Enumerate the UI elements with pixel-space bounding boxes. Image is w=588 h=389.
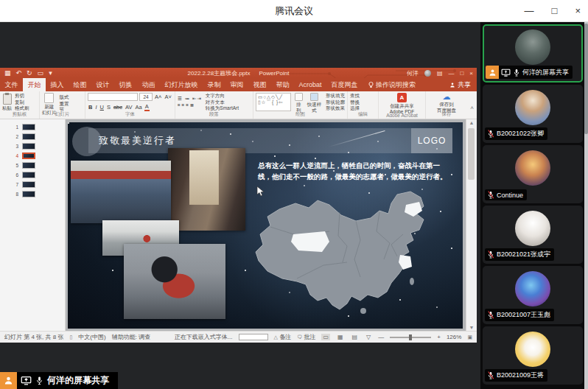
participant-tile[interactable]: B20021009王将: [483, 326, 583, 385]
ribbon-options-icon[interactable]: ▤: [437, 70, 443, 77]
close-button[interactable]: ×: [575, 5, 581, 16]
zoom-percentage[interactable]: 126%: [447, 334, 461, 340]
collapse-ribbon-icon[interactable]: ˄: [470, 105, 474, 111]
participant-tile[interactable]: Continue: [483, 145, 583, 203]
normal-view-button[interactable]: ▭: [321, 334, 330, 340]
zoom-slider[interactable]: [390, 337, 431, 338]
tab-help[interactable]: 帮助: [271, 78, 294, 91]
font-size-combobox[interactable]: 24: [139, 93, 153, 101]
minimize-button[interactable]: —: [525, 5, 534, 16]
participant-tile-sharer[interactable]: 何洋的屏幕共享: [483, 24, 583, 83]
replace-button[interactable]: 替换: [350, 99, 376, 106]
zoom-slider-knob[interactable]: [409, 334, 412, 340]
tell-me-search[interactable]: 操作说明搜索: [368, 78, 416, 91]
language-indicator[interactable]: 中文(中国): [78, 333, 105, 341]
sidebar-scrollbar[interactable]: [584, 22, 588, 389]
tab-record[interactable]: 录制: [203, 78, 225, 91]
comments-button[interactable]: 🗨 批注: [297, 333, 315, 341]
underline-button[interactable]: U: [99, 104, 105, 111]
title-banner[interactable]: 致敬最美逆行者 LOGO: [88, 128, 452, 153]
sidebar-scrollbar-thumb[interactable]: [584, 24, 588, 134]
slide-thumb-7[interactable]: 7: [0, 180, 65, 189]
paste-button[interactable]: 粘贴: [2, 94, 12, 111]
indent-icons[interactable]: ⇤⇥: [192, 96, 202, 101]
slide-body-text[interactable]: 总有这么一群人逆流而上，牺牲自己的时间，奋战斗在第一线，他们走不一般的路，做最美…: [258, 161, 452, 182]
slide-canvas[interactable]: 致敬最美逆行者 LOGO 总有这么一群人逆流而上，牺牲自己的时间，奋战斗在第一线…: [68, 122, 463, 329]
tab-file[interactable]: 文件: [0, 78, 23, 91]
slide-thumb-6[interactable]: 6: [0, 170, 65, 180]
slide-thumb-2[interactable]: 2: [0, 132, 65, 141]
china-map-graphic[interactable]: [253, 189, 459, 326]
shape-fill-button[interactable]: 形状填充: [326, 93, 345, 99]
tab-transitions[interactable]: 切换: [114, 78, 137, 91]
fit-to-window-icon[interactable]: ▣: [467, 334, 472, 340]
slide-sorter-view-button[interactable]: ▦: [336, 334, 345, 340]
alignment-icons[interactable]: ≡ ≡ ≡ ≣: [178, 102, 202, 109]
photo-classroom-group[interactable]: [71, 161, 171, 223]
tab-slideshow[interactable]: 幻灯片放映: [160, 78, 203, 91]
shrink-font-icon[interactable]: A˅: [164, 94, 172, 100]
zoom-out-button[interactable]: —: [378, 334, 384, 340]
ppt-restore-button[interactable]: □: [460, 70, 463, 77]
tab-acrobat[interactable]: Acrobat: [294, 78, 326, 91]
zoom-in-button[interactable]: +: [437, 334, 441, 340]
find-button[interactable]: 查找: [350, 93, 376, 99]
shape-outline-button[interactable]: 形状轮廓: [326, 99, 345, 106]
participant-tile[interactable]: B20021021张成宇: [483, 206, 583, 264]
font-color-button[interactable]: A: [144, 103, 150, 111]
align-text-button[interactable]: 对齐文本: [206, 99, 239, 106]
shapes-gallery[interactable]: ▭○△◇╲╱ ▯☆⌒{ }⇦: [256, 93, 291, 111]
tab-insert[interactable]: 插入: [46, 78, 69, 91]
tab-home[interactable]: 开始: [23, 78, 46, 91]
spellcheck-icon[interactable]: ▯: [69, 334, 72, 340]
quick-styles-button[interactable]: 快速样式: [306, 93, 323, 113]
slide-thumb-8[interactable]: 8: [0, 189, 65, 199]
tab-draw[interactable]: 绘图: [69, 78, 91, 91]
ppt-minimize-button[interactable]: —: [448, 70, 454, 77]
save-to-netdisk-button[interactable]: ☁ 保存到百度网盘: [428, 93, 465, 113]
participant-tile[interactable]: B20021022张卿: [483, 85, 583, 143]
ppt-share-button[interactable]: 共享: [449, 78, 471, 91]
reset-button[interactable]: 重置: [60, 101, 69, 108]
notes-button[interactable]: △ 备注: [274, 333, 292, 341]
slide-thumb-4-selected[interactable]: 4: [0, 151, 65, 161]
slide-thumb-1[interactable]: 1: [0, 122, 65, 132]
participant-tile[interactable]: B20021007王玉彪: [483, 266, 583, 324]
arrange-button[interactable]: 排列: [294, 93, 303, 113]
accessibility-status[interactable]: 辅助功能: 调查: [112, 333, 150, 341]
photo-doorway[interactable]: [168, 148, 245, 231]
text-direction-button[interactable]: 文字方向: [206, 93, 239, 99]
reading-view-button[interactable]: ▤: [351, 334, 360, 340]
strikethrough-button[interactable]: abc: [113, 104, 123, 111]
bold-button[interactable]: B: [88, 104, 93, 111]
ppt-close-button[interactable]: ×: [469, 70, 473, 77]
copy-button[interactable]: 复制: [15, 99, 29, 106]
font-name-combobox[interactable]: [88, 93, 138, 101]
scroll-up-icon[interactable]: ▲: [466, 120, 477, 125]
slide-vertical-scrollbar[interactable]: ▲ ▼: [466, 119, 477, 331]
change-case-button[interactable]: Aa: [135, 104, 143, 111]
italic-button[interactable]: I: [94, 104, 97, 111]
tab-design[interactable]: 设计: [91, 78, 114, 91]
create-share-pdf-button[interactable]: A 创建并共享Adobe PDF: [381, 93, 423, 114]
bullets-icon[interactable]: ☰: [178, 96, 183, 101]
account-user-name[interactable]: 何洋: [407, 69, 419, 77]
slideshow-view-button[interactable]: ▽: [365, 334, 372, 340]
photo-signing[interactable]: [124, 244, 225, 319]
layout-button[interactable]: 版式: [60, 94, 69, 101]
scrollbar-thumb[interactable]: [468, 128, 475, 180]
maximize-button[interactable]: □: [552, 5, 558, 16]
scroll-down-icon[interactable]: ▼: [466, 325, 477, 330]
slide-thumb-5[interactable]: 5: [0, 161, 65, 170]
tab-animations[interactable]: 动画: [137, 78, 160, 91]
grow-font-icon[interactable]: A˄: [154, 94, 162, 100]
text-shadow-button[interactable]: S: [106, 104, 111, 111]
numbering-icon[interactable]: ≔: [185, 96, 191, 101]
cut-button[interactable]: 剪切: [15, 93, 29, 99]
char-spacing-button[interactable]: AV: [125, 104, 133, 111]
logo-placeholder[interactable]: LOGO: [411, 128, 452, 153]
account-avatar[interactable]: [424, 70, 431, 77]
tab-view[interactable]: 视图: [248, 78, 271, 91]
slide-thumb-3[interactable]: 3: [0, 141, 65, 151]
tab-baidu-netdisk[interactable]: 百度网盘: [326, 78, 363, 91]
